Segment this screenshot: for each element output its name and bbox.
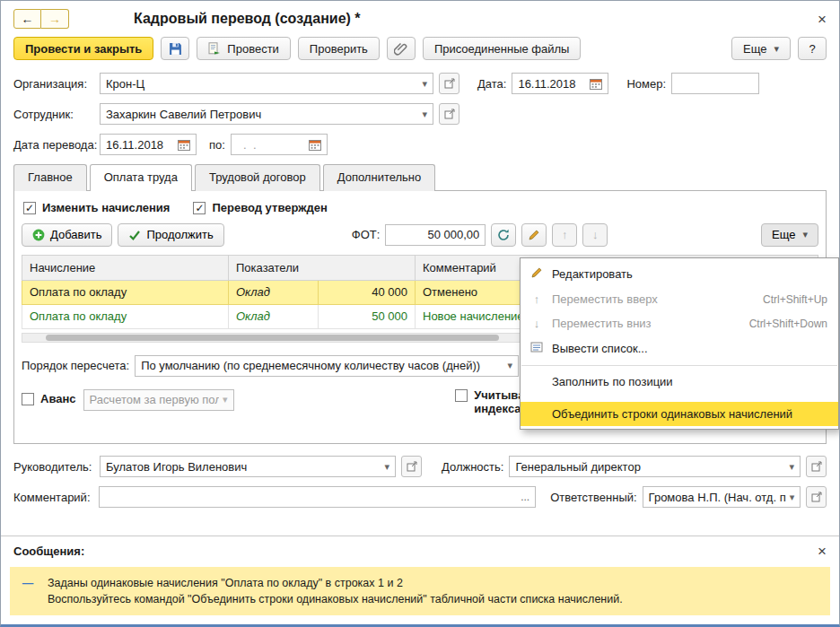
- tab-extra[interactable]: Дополнительно: [323, 164, 436, 191]
- move-down-button[interactable]: ↓: [582, 223, 608, 247]
- number-field[interactable]: [671, 73, 759, 94]
- recalc-dropdown-icon[interactable]: ▾: [508, 360, 513, 371]
- cell-accrual[interactable]: Оплата по окладу: [22, 304, 229, 328]
- position-dropdown-icon[interactable]: ▾: [789, 461, 794, 473]
- help-button[interactable]: ?: [798, 37, 827, 60]
- cell-value[interactable]: 50 000: [319, 304, 416, 328]
- menu-item-label: Объединить строки одинаковых начислений: [552, 407, 827, 421]
- continue-button[interactable]: Продолжить: [118, 223, 223, 247]
- to-date-field[interactable]: . .: [231, 134, 328, 155]
- attached-files-button[interactable]: Присоединенные файлы: [423, 37, 582, 60]
- forward-button[interactable]: →: [41, 9, 69, 29]
- manager-dropdown-icon[interactable]: ▾: [384, 461, 389, 473]
- back-icon: ←: [22, 12, 34, 26]
- date-field[interactable]: 16.11.2018: [512, 73, 608, 94]
- save-button[interactable]: [161, 37, 189, 60]
- responsible-open-button[interactable]: [806, 486, 827, 508]
- position-open-button[interactable]: [806, 456, 827, 477]
- edit-row-button[interactable]: [521, 223, 547, 247]
- check-icon: [128, 229, 141, 241]
- cell-indicator[interactable]: Оклад: [229, 280, 319, 304]
- tab-salary[interactable]: Оплата труда: [90, 164, 192, 191]
- flags-row: ✓ Изменить начисления ✓ Перевод утвержде…: [22, 198, 818, 223]
- menu-item-move-up[interactable]: ↑ Переместить вверх Ctrl+Shift+Up: [521, 287, 838, 311]
- refresh-button[interactable]: [491, 223, 516, 247]
- transfer-approved-checkbox[interactable]: ✓ Перевод утвержден: [193, 201, 327, 215]
- calendar-icon[interactable]: [178, 139, 190, 151]
- col-accrual[interactable]: Начисление: [22, 255, 229, 280]
- checkbox-empty: [22, 393, 34, 405]
- menu-item-label: Переместить вниз: [552, 317, 742, 330]
- advance-label: Аванс: [40, 392, 76, 406]
- cell-value[interactable]: 40 000: [319, 280, 416, 304]
- number-label: Номер:: [626, 77, 666, 91]
- date-value: 16.11.2018: [518, 77, 586, 91]
- checkbox-check-icon: ✓: [23, 202, 36, 214]
- menu-item-edit[interactable]: Редактировать: [521, 261, 838, 287]
- post-button-label: Провести: [227, 42, 279, 56]
- nav-history: ← →: [13, 9, 69, 29]
- attach-button[interactable]: [387, 37, 416, 60]
- advance-value: Расчетом за первую полс: [90, 393, 219, 406]
- menu-item-fill-by-position[interactable]: Заполнить по позиции: [521, 370, 838, 394]
- choose-icon[interactable]: ...: [521, 491, 529, 503]
- message-line[interactable]: Воспользуйтесь командой "Объединить стро…: [21, 591, 819, 607]
- org-open-button[interactable]: [439, 73, 459, 94]
- cell-indicator[interactable]: Оклад: [229, 304, 319, 328]
- responsible-combo[interactable]: Громова Н.П. (Нач. отд. п ▾: [643, 486, 801, 508]
- continue-label: Продолжить: [146, 228, 213, 241]
- menu-separator: [521, 365, 837, 366]
- fot-field[interactable]: 50 000,00: [385, 224, 486, 246]
- move-up-button[interactable]: ↑: [552, 223, 577, 247]
- back-button[interactable]: ←: [13, 9, 41, 29]
- transfer-date-label: Дата перевода:: [13, 138, 94, 152]
- message-line[interactable]: — Заданы одинаковые начисления "Оплата п…: [21, 575, 819, 591]
- cell-accrual[interactable]: Оплата по окладу: [22, 280, 229, 304]
- manager-value: Булатов Игорь Виленович: [106, 460, 381, 474]
- calendar-icon[interactable]: [309, 139, 321, 151]
- post-icon: [208, 42, 222, 55]
- transfer-date-row: Дата перевода: 16.11.2018 по: . .: [1, 129, 839, 160]
- document-window: ← → Кадровый перевод (создание) * × Пров…: [0, 0, 840, 627]
- org-combo[interactable]: Крон-Ц ▾: [100, 73, 433, 94]
- employee-combo[interactable]: Захаркин Савелий Петрович ▾: [100, 103, 433, 125]
- calendar-icon[interactable]: [590, 78, 602, 90]
- employee-open-button[interactable]: [439, 103, 459, 125]
- tab-main[interactable]: Главное: [13, 164, 87, 191]
- change-accruals-checkbox[interactable]: ✓ Изменить начисления: [23, 201, 170, 215]
- recalc-value: По умолчанию (по среднемесячному количес…: [141, 359, 503, 372]
- employee-value: Захаркин Савелий Петрович: [106, 108, 418, 121]
- advance-checkbox[interactable]: Аванс: [22, 392, 76, 406]
- close-button[interactable]: ×: [818, 12, 827, 27]
- org-dropdown-icon[interactable]: ▾: [422, 78, 427, 90]
- messages-close-button[interactable]: ×: [818, 544, 827, 559]
- tab-contract[interactable]: Трудовой договор: [195, 164, 320, 191]
- add-row-button[interactable]: Добавить: [22, 223, 112, 247]
- to-date-value: . .: [237, 138, 305, 152]
- menu-item-move-down[interactable]: ↓ Переместить вниз Ctrl+Shift+Down: [521, 311, 838, 335]
- open-icon: [444, 78, 455, 89]
- col-indicators[interactable]: Показатели: [229, 255, 416, 280]
- manager-combo[interactable]: Булатов Игорь Виленович ▾: [100, 456, 396, 477]
- manager-open-button[interactable]: [401, 456, 422, 477]
- transfer-date-value: 16.11.2018: [106, 138, 174, 152]
- post-button[interactable]: Провести: [197, 37, 291, 60]
- comment-field[interactable]: ...: [99, 486, 536, 508]
- grid-more-button[interactable]: Еще ▾: [761, 223, 818, 247]
- transfer-date-field[interactable]: 16.11.2018: [100, 134, 197, 155]
- menu-item-merge-rows[interactable]: Объединить строки одинаковых начислений: [521, 402, 838, 426]
- post-and-close-button[interactable]: Провести и закрыть: [13, 37, 153, 60]
- position-combo[interactable]: Генеральный директор ▾: [509, 456, 801, 477]
- recalc-combo[interactable]: По умолчанию (по среднемесячному количес…: [135, 355, 519, 377]
- menu-item-show-list[interactable]: Вывести список...: [521, 335, 838, 361]
- scrollbar-thumb[interactable]: [46, 335, 499, 341]
- advance-combo[interactable]: Расчетом за первую полс ▾: [83, 389, 234, 411]
- page-title: Кадровый перевод (создание) *: [134, 11, 361, 27]
- check-button[interactable]: Проверить: [298, 37, 380, 60]
- responsible-dropdown-icon[interactable]: ▾: [790, 492, 795, 503]
- fot-value: 50 000,00: [391, 228, 479, 241]
- pencil-icon: [528, 229, 540, 241]
- toolbar-more-button[interactable]: Еще▾: [731, 37, 791, 60]
- employee-dropdown-icon[interactable]: ▾: [422, 109, 427, 120]
- more-context-menu: Редактировать ↑ Переместить вверх Ctrl+S…: [520, 257, 839, 430]
